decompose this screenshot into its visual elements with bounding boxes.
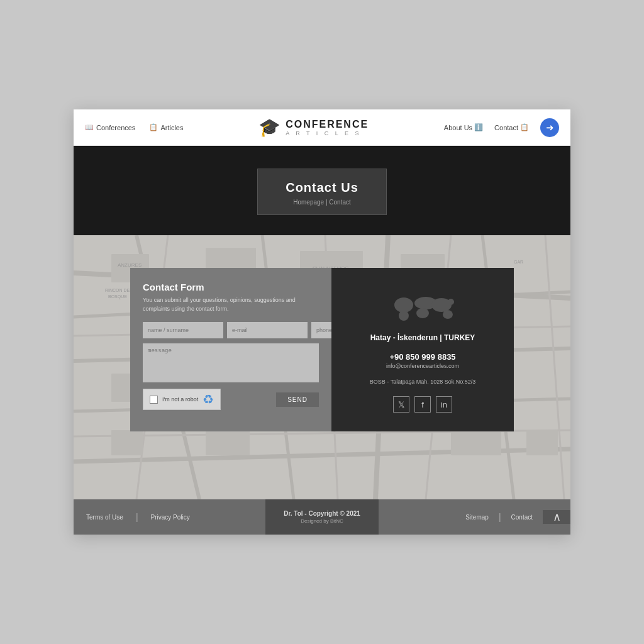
info-address: BOSB - Talatpaşa Mah. 1028 Sok.No:52/3	[370, 378, 475, 387]
sitemap-link[interactable]: Sitemap	[455, 514, 499, 521]
info-panel: Hatay - İskenderun | TURKEY +90 850 999 …	[331, 268, 514, 431]
footer-right: Sitemap | Contact ∧	[379, 499, 570, 535]
scroll-top-button[interactable]: ∧	[543, 510, 570, 524]
footer-designed-by: Designed by BitNC	[301, 518, 343, 524]
nav-about-link[interactable]: About Us ℹ️	[444, 123, 483, 131]
book-icon: 📖	[85, 123, 94, 131]
send-button[interactable]: SEND	[276, 392, 319, 407]
form-row-1	[143, 322, 319, 338]
logo-sub: A R T I C L E S	[286, 130, 369, 136]
browser-window: 📖 Conferences 📋 Articles 🎓 CONFERENCE A …	[74, 109, 570, 535]
svg-point-47	[443, 310, 453, 319]
captcha-label: I'm not a robot	[162, 396, 198, 402]
chevron-up-icon: ∧	[553, 510, 561, 524]
logo-icon: 🎓	[258, 117, 280, 138]
form-description: You can submit all your questions, opini…	[143, 296, 319, 313]
world-map-svg	[385, 289, 460, 327]
info-location: Hatay - İskenderun | TURKEY	[370, 333, 475, 342]
nav-articles-link[interactable]: 📋 Articles	[149, 123, 183, 131]
email-input[interactable]	[227, 322, 308, 338]
logo-title: CONFERENCE	[286, 119, 369, 130]
nav-contact-link[interactable]: Contact 📋	[494, 123, 529, 131]
privacy-link[interactable]: Privacy Policy	[138, 514, 203, 521]
facebook-label: f	[421, 400, 424, 409]
logo-text: CONFERENCE A R T I C L E S	[286, 119, 369, 136]
svg-point-42	[394, 297, 413, 313]
captcha-widget[interactable]: I'm not a robot ♻	[143, 389, 221, 410]
nav-right: About Us ℹ️ Contact 📋 ➜	[444, 118, 559, 137]
contact-icon: 📋	[520, 123, 529, 131]
nav-conferences-label: Conferences	[96, 124, 135, 131]
twitter-icon[interactable]: 𝕏	[393, 396, 409, 413]
contact-us-box: Contact Us Homepage | Contact	[257, 169, 387, 215]
facebook-icon[interactable]: f	[414, 396, 431, 413]
breadcrumb-separator: |	[326, 199, 328, 206]
nav-conferences-link[interactable]: 📖 Conferences	[85, 123, 135, 131]
nav-articles-label: Articles	[160, 124, 183, 131]
svg-point-48	[448, 299, 454, 305]
twitter-label: 𝕏	[398, 400, 404, 409]
breadcrumb-home[interactable]: Homepage	[293, 199, 324, 206]
page-title: Contact Us	[286, 180, 358, 195]
nav-contact-label: Contact	[494, 124, 518, 131]
logo-area: 🎓 CONFERENCE A R T I C L E S	[258, 117, 369, 138]
footer-center: Dr. Tol - Copyright © 2021 Designed by B…	[265, 499, 379, 535]
navbar: 📖 Conferences 📋 Articles 🎓 CONFERENCE A …	[74, 109, 570, 146]
message-input[interactable]	[143, 343, 319, 382]
map-content: Contact Form You can submit all your que…	[74, 235, 570, 457]
nav-about-label: About Us	[444, 124, 472, 131]
svg-point-43	[399, 311, 409, 321]
svg-point-45	[416, 308, 429, 318]
info-email: info@conferencearticles.com	[386, 363, 459, 369]
name-input[interactable]	[143, 322, 223, 338]
contact-form-panel: Contact Form You can submit all your que…	[130, 268, 331, 431]
form-title: Contact Form	[143, 282, 319, 292]
hero-banner: Contact Us Homepage | Contact	[74, 146, 570, 235]
linkedin-label: in	[441, 400, 447, 409]
linkedin-icon[interactable]: in	[436, 396, 452, 413]
info-icon: ℹ️	[474, 123, 483, 131]
articles-icon: 📋	[149, 123, 158, 131]
terms-link[interactable]: Terms of Use	[74, 514, 136, 521]
footer-left: Terms of Use | Privacy Policy	[74, 499, 265, 535]
footer-contact-link[interactable]: Contact	[501, 514, 543, 521]
social-icons: 𝕏 f in	[393, 396, 452, 413]
footer-copyright: Dr. Tol - Copyright © 2021	[284, 510, 360, 517]
breadcrumb-current: Contact	[329, 199, 350, 206]
captcha-checkbox[interactable]	[150, 396, 158, 404]
breadcrumb: Homepage | Contact	[286, 199, 358, 206]
map-area: ANZURES RINCON DEL BOSQUE CUAUHTEMOC GAR…	[74, 235, 570, 499]
info-phone: +90 850 999 8835	[389, 352, 455, 362]
nav-action-button[interactable]: ➜	[540, 118, 559, 137]
form-bottom: I'm not a robot ♻ SEND	[143, 389, 319, 410]
nav-left: 📖 Conferences 📋 Articles	[85, 123, 183, 131]
footer: Terms of Use | Privacy Policy Dr. Tol - …	[74, 499, 570, 535]
recaptcha-icon: ♻	[203, 392, 214, 407]
